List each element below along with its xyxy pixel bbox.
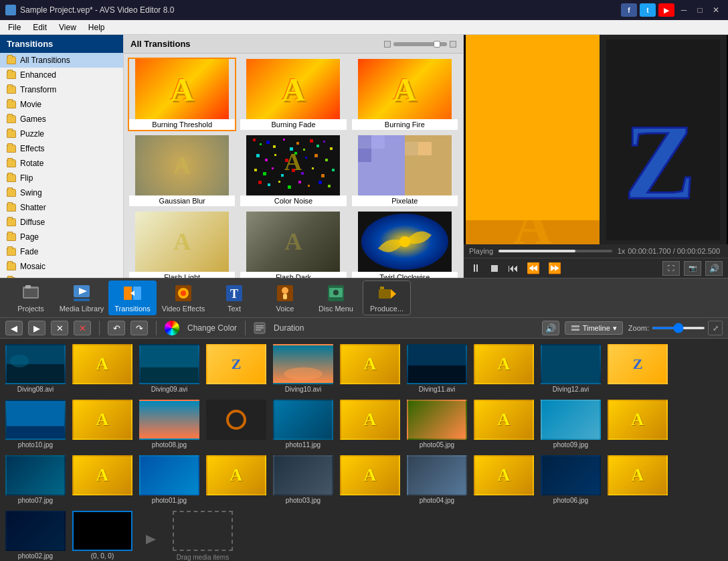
media-item-photo05[interactable]: photo05.jpg: [407, 400, 467, 449]
media-item-a6[interactable]: A: [474, 400, 534, 449]
media-item-photo09[interactable]: photo09.jpg: [541, 400, 601, 449]
transition-item-pixelate[interactable]: Pixelate: [351, 134, 459, 208]
zoom-slider-input[interactable]: [652, 327, 705, 329]
size-small-button[interactable]: [384, 41, 391, 48]
menu-edit[interactable]: Edit: [27, 21, 52, 33]
media-item-z2[interactable]: Z: [608, 344, 668, 393]
text-button[interactable]: T Text: [210, 280, 258, 315]
transition-item-flash-light[interactable]: A Flash Light: [128, 210, 236, 278]
media-item-a9[interactable]: A: [206, 455, 266, 504]
change-color-button[interactable]: [165, 321, 179, 335]
projects-button[interactable]: Projects: [7, 280, 55, 315]
sidebar-item-games[interactable]: Games: [0, 112, 123, 127]
menu-help[interactable]: Help: [83, 21, 110, 33]
minimize-button[interactable]: ─: [677, 3, 691, 17]
size-large-button[interactable]: [450, 41, 456, 48]
playback-progress-bar[interactable]: [498, 250, 612, 252]
menu-file[interactable]: File: [3, 21, 26, 33]
sidebar-item-mosaic[interactable]: Mosaic: [0, 259, 123, 274]
media-item-a8[interactable]: A: [72, 455, 132, 504]
redo-button[interactable]: ↷: [130, 321, 148, 335]
volume-button[interactable]: 🔊: [705, 261, 723, 276]
expand-button[interactable]: ⤢: [708, 321, 723, 335]
sidebar-item-flip[interactable]: Flip: [0, 171, 123, 185]
transition-item-burning-fire[interactable]: A Burning Fire: [351, 58, 459, 131]
youtube-button[interactable]: ▶: [658, 3, 674, 17]
media-item-black[interactable]: (0, 0, 0): [72, 511, 132, 561]
rewind-button[interactable]: ⏪: [525, 260, 541, 276]
media-item-diving11[interactable]: Diving11.avi: [407, 344, 467, 393]
sidebar-item-diffuse[interactable]: Diffuse: [0, 215, 123, 230]
nav-forward-button[interactable]: ▶: [28, 321, 46, 335]
media-library-button[interactable]: Media Library: [58, 280, 106, 315]
close-button-2[interactable]: ✕: [74, 321, 91, 335]
media-item-photo04[interactable]: photo04.jpg: [407, 455, 467, 504]
media-item-a4[interactable]: A: [72, 400, 132, 449]
sidebar-item-all-transitions[interactable]: All Transitions: [0, 53, 123, 68]
transition-item-color-noise[interactable]: A Color Noise: [239, 134, 347, 208]
sidebar-item-fade[interactable]: Fade: [0, 244, 123, 259]
media-item-a5[interactable]: A: [340, 400, 400, 449]
nav-back-button[interactable]: ◀: [5, 321, 23, 335]
disc-menu-button[interactable]: Disc Menu: [312, 280, 360, 315]
sidebar-item-rotate[interactable]: Rotate: [0, 156, 123, 171]
media-item-photo07[interactable]: photo07.jpg: [5, 455, 66, 504]
media-item-photo10[interactable]: photo10.jpg: [5, 400, 66, 449]
media-item-photo02[interactable]: photo02.jpg: [5, 511, 66, 561]
sidebar-item-effects[interactable]: Effects: [0, 141, 123, 156]
media-item-photo11[interactable]: photo11.jpg: [273, 400, 333, 449]
media-item-a3[interactable]: A: [474, 344, 534, 393]
video-effects-button[interactable]: Video Effects: [159, 280, 207, 315]
audio-button[interactable]: 🔊: [542, 321, 559, 335]
remove-button[interactable]: ✕: [51, 321, 68, 335]
media-item-circle[interactable]: [206, 400, 266, 449]
media-item-a7[interactable]: A: [608, 400, 668, 449]
stop-button[interactable]: ⏹: [488, 261, 501, 276]
sidebar-item-shatter[interactable]: Shatter: [0, 200, 123, 215]
facebook-button[interactable]: f: [621, 3, 637, 17]
media-item-a1[interactable]: A: [72, 344, 132, 393]
undo-button[interactable]: ↶: [108, 321, 125, 335]
transition-item-twirl-clockwise[interactable]: Twirl Clockwise: [351, 210, 459, 278]
media-item-photo08[interactable]: photo08.jpg: [139, 400, 199, 449]
sidebar-item-page[interactable]: Page: [0, 230, 123, 244]
media-item-a10[interactable]: A: [340, 455, 400, 504]
sidebar-item-enhanced[interactable]: Enhanced: [0, 68, 123, 82]
play-pause-button[interactable]: ⏸: [469, 261, 482, 276]
media-item-a11[interactable]: A: [474, 455, 534, 504]
prev-frame-button[interactable]: ⏮: [507, 261, 520, 276]
time-total: 00:00:02.500: [677, 247, 720, 255]
transition-item-burning-fade[interactable]: A Burning Fade: [239, 58, 347, 131]
media-item-photo06[interactable]: photo06.jpg: [541, 455, 601, 504]
media-item-z1[interactable]: Z: [206, 344, 266, 393]
menu-view[interactable]: View: [54, 21, 82, 33]
timeline-view-button[interactable]: Timeline ▾: [565, 321, 623, 335]
media-item-a12[interactable]: A: [608, 455, 668, 504]
drag-drop-zone[interactable]: [173, 511, 233, 551]
transitions-button[interactable]: Transitions: [108, 280, 157, 315]
zoom-slider[interactable]: [393, 42, 447, 46]
media-item-diving08[interactable]: Diving08.avi: [5, 344, 66, 393]
sidebar-item-transform[interactable]: Transform: [0, 82, 123, 97]
media-item-a2[interactable]: A: [340, 344, 400, 393]
voice-button[interactable]: Voice: [261, 280, 309, 315]
fullscreen-button[interactable]: ⛶: [662, 261, 680, 276]
maximize-button[interactable]: □: [693, 3, 707, 17]
close-button[interactable]: ✕: [709, 3, 723, 17]
sidebar-item-movie[interactable]: Movie: [0, 97, 123, 112]
media-item-photo03[interactable]: photo03.jpg: [273, 455, 333, 504]
media-item-diving09[interactable]: Diving09.avi: [139, 344, 199, 393]
flash-letter: A: [173, 228, 191, 256]
transition-item-flash-dark[interactable]: A Flash Dark: [239, 210, 347, 278]
media-item-diving10[interactable]: Diving10.avi: [273, 344, 333, 393]
media-item-photo01[interactable]: photo01.jpg: [139, 455, 199, 504]
fast-forward-button[interactable]: ⏩: [547, 260, 563, 276]
produce-button[interactable]: Produce...: [363, 280, 411, 315]
media-item-diving12[interactable]: Diving12.avi: [541, 344, 601, 393]
transition-item-gaussian-blur[interactable]: A Gaussian Blur: [128, 134, 236, 208]
sidebar-item-swing[interactable]: Swing: [0, 185, 123, 200]
transition-item-burning-threshold[interactable]: A Burning Threshold: [128, 58, 236, 131]
snapshot-button[interactable]: 📷: [684, 261, 701, 276]
twitter-button[interactable]: t: [640, 3, 656, 17]
sidebar-item-puzzle[interactable]: Puzzle: [0, 127, 123, 141]
